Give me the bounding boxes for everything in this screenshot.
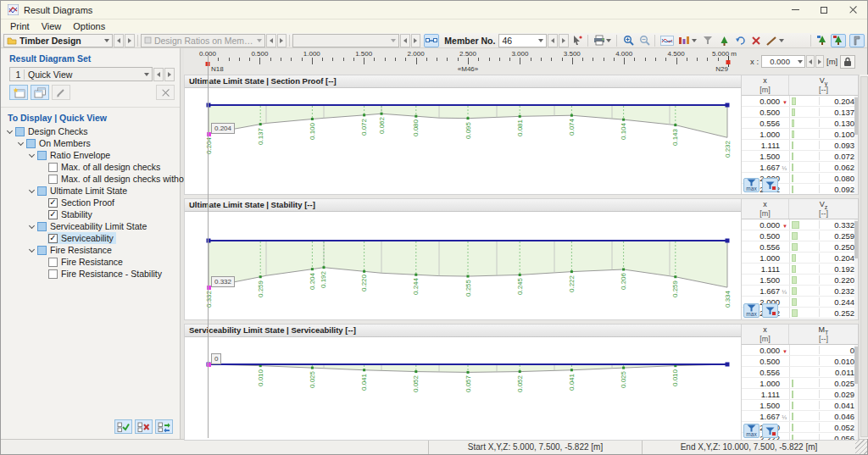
expander-icon[interactable] <box>28 222 36 230</box>
member-no-combo[interactable]: 46 <box>498 34 547 47</box>
invert-selection-button[interactable] <box>155 419 173 434</box>
table-row[interactable]: 0.5560.130 <box>742 118 858 129</box>
x-increase-button[interactable] <box>815 55 824 68</box>
tree-item[interactable]: Serviceability <box>3 232 180 244</box>
checkbox-unchecked[interactable] <box>48 175 58 184</box>
close-button[interactable] <box>838 1 867 19</box>
pick-member-button[interactable] <box>570 34 585 47</box>
diagram-canvas[interactable]: 0.2040.1370.1000.0720.0620.0800.0950.081… <box>185 88 741 194</box>
tree-item[interactable]: Ratio Envelope <box>3 149 180 161</box>
extreme-filter-button[interactable] <box>762 178 778 192</box>
table-row[interactable]: 0.0000 <box>742 345 858 356</box>
column-header-x[interactable]: x[m] <box>742 325 789 344</box>
table-scrollbar[interactable] <box>854 219 858 319</box>
checkbox-partial[interactable] <box>26 139 36 148</box>
table-row[interactable]: 1.0000.204 <box>742 252 858 264</box>
checkbox-partial[interactable] <box>15 127 25 136</box>
pen-style-button[interactable] <box>765 34 787 47</box>
column-header-value[interactable]: Vy[--] <box>789 75 858 95</box>
table-row[interactable]: 1.1110.192 <box>742 264 858 275</box>
copy-set-button[interactable] <box>31 85 49 100</box>
tree-item[interactable]: Design Checks <box>3 125 180 137</box>
column-header-value[interactable]: Vz[--] <box>789 199 858 219</box>
zoom-in-button[interactable] <box>620 34 636 47</box>
expander-icon[interactable] <box>17 139 25 147</box>
previous-secondary-button[interactable] <box>400 34 410 47</box>
tree-item[interactable]: Stability <box>3 208 180 220</box>
checkbox-unchecked[interactable] <box>48 269 58 279</box>
tree-item[interactable]: Max. of all design checks <box>3 161 180 173</box>
max-filter-button[interactable]: max <box>743 424 760 438</box>
extreme-filter-button[interactable] <box>762 424 778 438</box>
tree-item[interactable]: Fire Resistance - Stability <box>3 268 180 280</box>
table-scrollbar-thumb[interactable] <box>854 221 858 258</box>
minimize-button[interactable] <box>781 1 810 19</box>
deselect-all-button[interactable] <box>135 419 153 434</box>
tree-item[interactable]: Fire Resistance <box>3 256 180 268</box>
title-bar[interactable]: Result Diagrams <box>1 1 867 19</box>
table-scrollbar-thumb[interactable] <box>854 347 858 384</box>
navigator-results-button[interactable] <box>831 34 846 47</box>
x-decrease-button[interactable] <box>806 55 815 68</box>
checkbox-partial[interactable] <box>37 246 47 255</box>
result-diagram-display-button[interactable] <box>659 34 676 47</box>
result-colors-button[interactable] <box>676 34 699 47</box>
resize-grip[interactable] <box>855 440 867 454</box>
checkbox-partial[interactable] <box>37 151 47 160</box>
expander-icon[interactable] <box>28 151 36 159</box>
menu-options[interactable]: Options <box>67 21 111 31</box>
checkbox-partial[interactable] <box>37 186 47 196</box>
menu-print[interactable]: Print <box>4 21 36 31</box>
cursor-line[interactable] <box>208 56 209 438</box>
table-row[interactable]: 1.1110.029 <box>742 389 858 400</box>
next-secondary-button[interactable] <box>411 34 421 47</box>
max-filter-button[interactable]: max <box>743 303 760 318</box>
previous-result-type-button[interactable] <box>266 34 276 47</box>
lock-x-button[interactable] <box>840 55 855 69</box>
tree-item[interactable]: Serviceability Limit State <box>3 220 180 232</box>
checkbox-partial[interactable] <box>37 222 47 231</box>
main-scrollbar-thumb[interactable] <box>860 76 868 437</box>
table-row[interactable]: 0.5560.250 <box>742 241 858 252</box>
previous-module-button[interactable] <box>114 34 124 47</box>
expander-icon[interactable] <box>28 186 36 195</box>
table-row[interactable]: 1.0000.100 <box>742 129 858 140</box>
checkbox-unchecked[interactable] <box>48 258 58 267</box>
x-position-combo[interactable]: 0.000 <box>761 55 805 68</box>
diagram-canvas[interactable]: 0.0100.0250.0410.0520.0570.0520.0410.025… <box>185 337 741 440</box>
table-scrollbar[interactable] <box>854 345 858 440</box>
delete-results-button[interactable] <box>748 34 764 47</box>
print-button[interactable] <box>592 34 615 47</box>
smooth-results-button[interactable] <box>716 34 732 47</box>
expander-icon[interactable] <box>28 246 36 254</box>
next-module-button[interactable] <box>125 34 135 47</box>
checkbox-checked[interactable] <box>48 210 58 219</box>
expander-icon[interactable] <box>6 127 14 136</box>
table-row[interactable]: 0.5000.010 <box>742 356 858 367</box>
table-row[interactable]: 1.0000.025 <box>742 378 858 389</box>
table-row[interactable]: 1.1110.093 <box>742 140 858 151</box>
tree-item[interactable]: Fire Resistance <box>3 244 180 256</box>
refresh-button[interactable] <box>732 34 748 47</box>
extreme-filter-button[interactable] <box>762 303 778 318</box>
table-row[interactable]: 1.5000.220 <box>742 275 858 286</box>
table-row[interactable]: 0.5000.137 <box>742 107 858 118</box>
delete-set-button[interactable] <box>156 85 175 100</box>
navigator-display-button[interactable] <box>815 34 830 47</box>
menu-view[interactable]: View <box>36 21 68 31</box>
tree-item[interactable]: Section Proof <box>3 197 180 208</box>
table-row[interactable]: 0.0000.204 <box>742 96 858 107</box>
result-diagram-set-combo[interactable]: 1 Quick View <box>9 67 153 81</box>
table-row[interactable]: 0.5000.259 <box>742 230 858 241</box>
module-combo[interactable]: Timber Design <box>3 34 113 47</box>
table-row[interactable]: 1.6670.046 <box>742 411 858 422</box>
table-row[interactable]: 1.5000.041 <box>742 400 858 411</box>
tree-item[interactable]: Max. of all design checks without errors <box>3 173 180 185</box>
filter-results-button[interactable] <box>700 34 715 47</box>
new-set-button[interactable] <box>9 85 28 100</box>
table-scrollbar[interactable] <box>854 96 858 194</box>
table-row[interactable]: 1.6670.232 <box>742 286 858 297</box>
table-row[interactable]: 1.5000.072 <box>742 151 858 162</box>
table-row[interactable]: 1.6670.062 <box>742 162 858 173</box>
column-header-x[interactable]: x[m] <box>742 199 789 219</box>
